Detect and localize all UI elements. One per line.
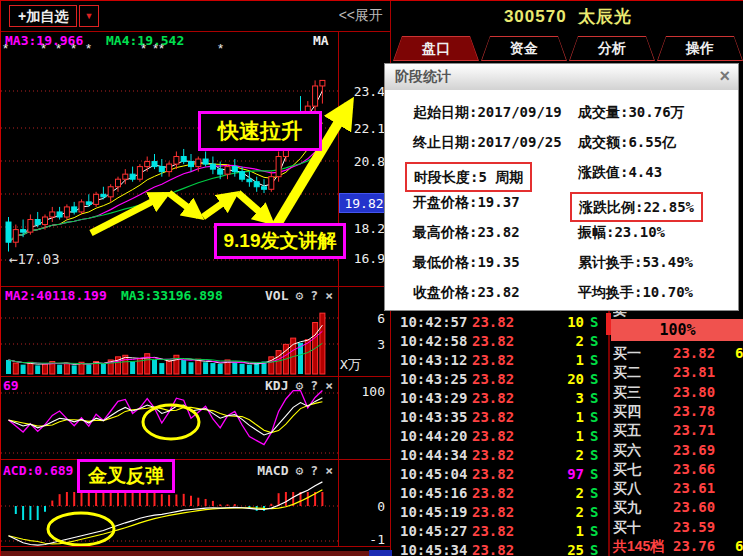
vol-tick: 6	[339, 311, 385, 326]
stock-name: 太辰光	[578, 7, 632, 26]
vol-unit-label: X万	[340, 356, 386, 374]
tab-2[interactable]: 资金	[481, 36, 567, 61]
time-sales-list: 10:42:5723.8210S10:42:5823.822S10:43:122…	[392, 311, 607, 556]
candlestick-chart[interactable]: MA3:19.966 MA4:19.542 MA ********* 快速拉升 …	[1, 31, 391, 286]
stat-left: 最高价格:23.82	[413, 222, 520, 242]
bid-row[interactable]: 买九23.60	[611, 498, 743, 517]
price-tick: 20.8	[339, 154, 385, 169]
tape-row[interactable]: 10:43:2923.823S	[392, 389, 607, 408]
list-divider	[608, 311, 610, 556]
orderbook-footer: 共145档23.7669	[611, 537, 743, 556]
stat-row: 最高价格:23.82振幅:23.10%	[385, 222, 738, 242]
stat-row: 时段长度:5 周期涨跌值:4.43	[385, 162, 738, 182]
macd-tick: 0	[339, 499, 385, 514]
tape-row[interactable]: 10:43:3523.821S	[392, 408, 607, 427]
tape-row[interactable]: 10:45:3423.8225S	[392, 541, 607, 556]
expand-button[interactable]: <<展开	[339, 7, 383, 25]
annotation-macd: 金叉反弹	[77, 459, 175, 493]
tape-row[interactable]: 10:44:2023.821S	[392, 427, 607, 446]
bottom-border	[1, 551, 369, 556]
stat-right: 涨跌比例:22.85%	[570, 192, 703, 222]
dialog-body: 起始日期:2017/09/19成交量:30.76万终止日期:2017/09/25…	[385, 90, 738, 310]
tape-row[interactable]: 10:45:1923.822S	[392, 503, 607, 522]
tab-bar: 盘口资金分析操作	[393, 36, 743, 62]
hidden-sell-row: 卖一	[613, 311, 641, 319]
macd-panel[interactable]: ACD:0.689 MACD⚙?× 金叉反弹	[1, 459, 391, 546]
stat-right: 平均换手:10.70%	[578, 282, 693, 302]
stat-right: 成交量:30.76万	[578, 102, 685, 122]
bid-row[interactable]: 买十23.59	[611, 518, 743, 537]
bid-row[interactable]: 买四23.78	[611, 402, 743, 421]
stat-row: 终止日期:2017/09/25成交额:6.55亿	[385, 132, 738, 152]
tab-1[interactable]: 盘口	[393, 36, 479, 61]
highlight-ellipse	[48, 513, 114, 545]
stat-left: 终止日期:2017/09/25	[413, 132, 562, 152]
stat-left: 最低价格:19.35	[413, 252, 520, 272]
bid-row[interactable]: 买三23.80	[611, 383, 743, 402]
kdj-panel[interactable]: 69 KDJ⚙?×	[1, 376, 391, 459]
stat-right: 振幅:23.10%	[578, 222, 665, 242]
stat-right: 成交额:6.55亿	[578, 132, 676, 152]
bid-row[interactable]: 买二23.81	[611, 363, 743, 382]
order-ratio-bar: 100%	[611, 319, 743, 341]
kdj-tick: 100	[339, 384, 385, 399]
stat-row: 开盘价格:19.37涨跌比例:22.85%	[385, 192, 738, 212]
app-window: +加自选 ▼ <<展开 MA3:19.966 MA4:19.542 MA ***…	[0, 0, 743, 556]
tape-row[interactable]: 10:42:5823.822S	[392, 332, 607, 351]
stat-right: 涨跌值:4.43	[578, 162, 662, 182]
tape-row[interactable]: 10:45:0423.8297S	[392, 465, 607, 484]
toolbar: +加自选 ▼ <<展开	[1, 1, 391, 31]
dialog-title: 阶段统计	[395, 68, 451, 86]
current-price-marker: 19.82	[339, 193, 389, 213]
stock-header: 300570 太辰光	[392, 1, 743, 35]
tape-row[interactable]: 10:44:3423.822S	[392, 446, 607, 465]
stat-left: 时段长度:5 周期	[405, 162, 532, 192]
add-watchlist-dropdown[interactable]: ▼	[79, 5, 99, 27]
stat-row: 起始日期:2017/09/19成交量:30.76万	[385, 102, 738, 122]
stat-left: 起始日期:2017/09/19	[413, 102, 562, 122]
dialog-close-icon[interactable]: ×	[719, 66, 730, 87]
bid-row[interactable]: 买五23.71	[611, 421, 743, 440]
bid-row[interactable]: 买八23.61	[611, 479, 743, 498]
bid-row[interactable]: 买七23.66	[611, 460, 743, 479]
tab-3[interactable]: 分析	[569, 36, 655, 61]
stat-right: 累计换手:53.49%	[578, 252, 693, 272]
stat-left: 开盘价格:19.37	[413, 192, 520, 212]
bid-row[interactable]: 买六23.69	[611, 441, 743, 460]
vol-tick: 3	[339, 337, 385, 352]
tab-4[interactable]: 操作	[657, 36, 743, 61]
stage-statistics-dialog: 阶段统计 × 起始日期:2017/09/19成交量:30.76万终止日期:201…	[384, 63, 739, 311]
stat-row: 收盘价格:23.82平均换手:10.70%	[385, 282, 738, 302]
tape-row[interactable]: 10:45:1623.822S	[392, 484, 607, 503]
low-price-label: ←17.03	[9, 251, 60, 267]
stat-left: 收盘价格:23.82	[413, 282, 520, 302]
divider	[1, 546, 391, 547]
tape-row[interactable]: 10:43:1223.821S	[392, 351, 607, 370]
stat-row: 最低价格:19.35累计换手:53.49%	[385, 252, 738, 272]
annotation-rally: 快速拉升	[198, 111, 322, 151]
tape-row[interactable]: 10:45:2723.821S	[392, 522, 607, 541]
macd-tick: -1	[339, 532, 385, 547]
volume-panel[interactable]: MA2:40118.199 MA3:33196.898 VOL⚙?×	[1, 286, 391, 376]
price-tick: 22.1	[339, 121, 385, 136]
add-watchlist-button[interactable]: +加自选	[9, 5, 77, 27]
dialog-titlebar[interactable]: 阶段统计 ×	[385, 64, 738, 91]
tape-row[interactable]: 10:43:2523.8220S	[392, 370, 607, 389]
annotation-note: 9.19发文讲解	[214, 223, 346, 259]
stock-code: 300570	[504, 7, 567, 26]
tape-row[interactable]: 10:42:5723.8210S	[392, 313, 607, 332]
price-tick: 23.4	[339, 84, 385, 99]
bid-row[interactable]: 买一23.8266	[611, 344, 743, 363]
order-book: 卖一 100% 买一23.8266买二23.81买三23.80买四23.78买五…	[611, 307, 743, 556]
